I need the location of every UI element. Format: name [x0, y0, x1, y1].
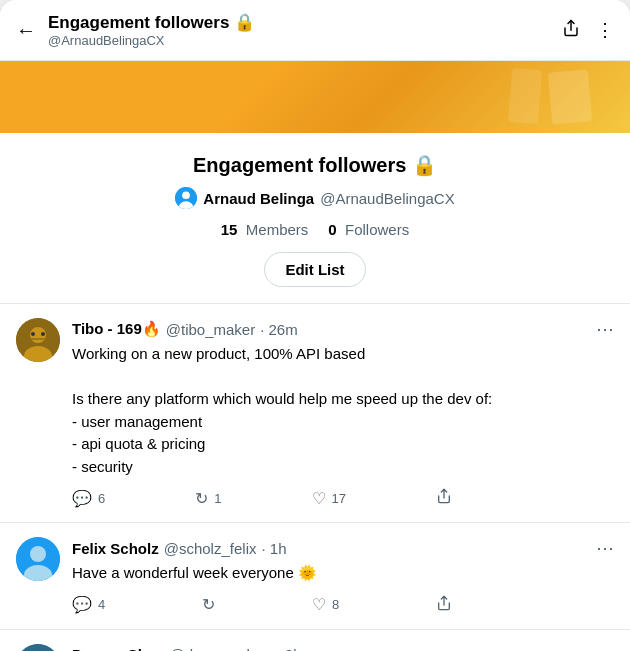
more-icon[interactable]: ⋮	[596, 19, 614, 41]
tweet-header: Tibo - 169🔥 @tibo_maker · 26m ⋯	[72, 318, 614, 340]
retweet-icon: ↻	[195, 489, 208, 508]
tweet-user-info: Damon Chen @damengchen · 2h	[72, 646, 302, 651]
followers-count: 0	[328, 221, 336, 238]
tweet-item: Damon Chen @damengchen · 2h ⋯ Told @thej…	[0, 630, 630, 652]
tweet-more-button[interactable]: ⋯	[596, 318, 614, 340]
like-icon: ♡	[312, 595, 326, 614]
tweet-handle: @tibo_maker	[166, 321, 255, 338]
tweet-handle: @damengchen	[170, 646, 272, 651]
header: ← Engagement followers 🔒 @ArnaudBelingaC…	[0, 0, 630, 61]
tweet-content: Damon Chen @damengchen · 2h ⋯ Told @thej…	[72, 644, 614, 652]
tweet-user-info: Tibo - 169🔥 @tibo_maker · 26m	[72, 320, 298, 338]
reply-icon: 💬	[72, 595, 92, 614]
svg-point-7	[31, 332, 35, 336]
tweet-content: Tibo - 169🔥 @tibo_maker · 26m ⋯ Working …	[72, 318, 614, 508]
tweet-item: Felix Scholz @scholz_felix · 1h ⋯ Have a…	[0, 523, 630, 630]
header-title-block: Engagement followers 🔒 @ArnaudBelingaCX	[48, 12, 562, 48]
retweet-action[interactable]: ↻ 1	[195, 488, 221, 508]
tweet-name: Tibo - 169🔥	[72, 320, 161, 338]
header-title: Engagement followers 🔒	[48, 12, 562, 33]
tweet-avatar	[16, 537, 60, 581]
svg-point-15	[16, 644, 60, 652]
tweet-text: Working on a new product, 100% API based…	[72, 343, 614, 478]
share-action[interactable]	[436, 488, 452, 508]
tweet-actions: 💬 4 ↻ ♡ 8	[72, 595, 452, 615]
followers-stat: 0 Followers	[328, 221, 409, 238]
header-subtitle: @ArnaudBelingaCX	[48, 33, 562, 48]
tweets-list: Tibo - 169🔥 @tibo_maker · 26m ⋯ Working …	[0, 304, 630, 651]
owner-handle: @ArnaudBelingaCX	[320, 190, 454, 207]
phone-frame: ← Engagement followers 🔒 @ArnaudBelingaC…	[0, 0, 630, 651]
members-label: Members	[246, 221, 309, 238]
list-title: Engagement followers 🔒	[16, 153, 614, 177]
reply-action[interactable]: 💬 4	[72, 595, 105, 615]
back-button[interactable]: ←	[16, 19, 36, 42]
tweet-item: Tibo - 169🔥 @tibo_maker · 26m ⋯ Working …	[0, 304, 630, 523]
retweet-count: 1	[214, 491, 221, 506]
like-count: 17	[332, 491, 346, 506]
reply-count: 6	[98, 491, 105, 506]
retweet-icon: ↻	[202, 595, 215, 614]
svg-rect-9	[31, 338, 45, 340]
share-tweet-icon	[436, 595, 452, 615]
tweet-content: Felix Scholz @scholz_felix · 1h ⋯ Have a…	[72, 537, 614, 615]
tweet-user-info: Felix Scholz @scholz_felix · 1h	[72, 540, 287, 557]
tweet-text: Have a wonderful week everyone 🌞	[72, 562, 614, 585]
tweet-name: Damon Chen	[72, 646, 165, 651]
retweet-action[interactable]: ↻	[202, 595, 215, 615]
reply-action[interactable]: 💬 6	[72, 488, 105, 508]
tweet-avatar	[16, 318, 60, 362]
tweet-avatar	[16, 644, 60, 652]
list-stats: 15 Members 0 Followers	[16, 221, 614, 238]
tweet-time: · 26m	[260, 321, 298, 338]
svg-point-2	[182, 191, 190, 199]
owner-avatar	[175, 187, 197, 209]
edit-list-button[interactable]: Edit List	[264, 252, 365, 287]
like-count: 8	[332, 597, 339, 612]
like-icon: ♡	[312, 489, 326, 508]
tweet-name: Felix Scholz	[72, 540, 159, 557]
members-stat: 15 Members	[221, 221, 309, 238]
tweet-header: Damon Chen @damengchen · 2h ⋯	[72, 644, 614, 652]
share-action[interactable]	[436, 595, 452, 615]
followers-label: Followers	[345, 221, 409, 238]
owner-name: Arnaud Belinga	[203, 190, 314, 207]
like-action[interactable]: ♡ 8	[312, 595, 339, 615]
tweet-more-button[interactable]: ⋯	[596, 537, 614, 559]
like-action[interactable]: ♡ 17	[312, 488, 346, 508]
share-icon[interactable]	[562, 19, 580, 42]
tweet-more-button[interactable]: ⋯	[596, 644, 614, 652]
tweet-handle: @scholz_felix	[164, 540, 257, 557]
tweet-time: · 2h	[276, 646, 301, 651]
list-owner: Arnaud Belinga @ArnaudBelingaCX	[16, 187, 614, 209]
list-info: Engagement followers 🔒 Arnaud Belinga @A…	[0, 133, 630, 304]
members-count: 15	[221, 221, 238, 238]
tweet-header: Felix Scholz @scholz_felix · 1h ⋯	[72, 537, 614, 559]
header-actions: ⋮	[562, 19, 614, 42]
svg-point-8	[41, 332, 45, 336]
tweet-actions: 💬 6 ↻ 1 ♡ 17	[72, 488, 452, 508]
reply-icon: 💬	[72, 489, 92, 508]
profile-banner	[0, 61, 630, 133]
svg-point-12	[30, 546, 46, 562]
share-tweet-icon	[436, 488, 452, 508]
tweet-time: · 1h	[261, 540, 286, 557]
reply-count: 4	[98, 597, 105, 612]
